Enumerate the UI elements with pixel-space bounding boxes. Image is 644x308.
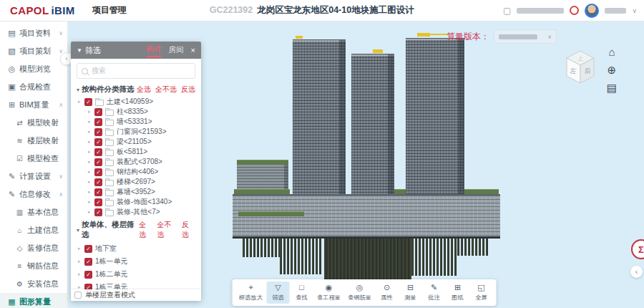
expand-caret-icon[interactable]: ▸ [88, 129, 92, 135]
component-tree-row[interactable]: ▸ ✓ 梁<21105> [71, 137, 201, 147]
expand-caret-icon[interactable]: ▸ [78, 246, 82, 251]
sidebar-item[interactable]: ⊞ BIM算量 ∧ [0, 96, 67, 114]
checkbox-checked[interactable]: ✓ [94, 198, 102, 206]
toolbar-button[interactable]: ✎ 批注 [423, 281, 446, 304]
expand-caret-icon[interactable]: ▸ [88, 179, 92, 185]
orbit-icon[interactable]: ⊕ [608, 64, 617, 75]
expand-caret-icon[interactable]: ▸ [88, 169, 92, 175]
checkbox-checked[interactable]: ✓ [94, 188, 102, 196]
sidebar-item[interactable]: ◇ 装修信息 [0, 239, 67, 257]
checkbox-checked[interactable]: ✓ [94, 118, 102, 126]
toolbar-button[interactable]: ◱ 全屏 [470, 281, 493, 304]
floor-tree-row[interactable]: ▸ ✓ 地下室 [71, 242, 201, 255]
component-tree-row[interactable]: ▸ ✓ 装修-其他<7> [71, 207, 201, 217]
right-panel-collapse-button[interactable]: ‹ [630, 266, 643, 278]
floor-tree-row[interactable]: ▸ ✓ 1栋一单元 [71, 255, 201, 268]
checkbox-checked[interactable]: ✓ [94, 148, 102, 156]
version-dropdown[interactable]: ∨ [494, 29, 557, 44]
sidebar-item[interactable]: ▧ 项目策划 ∨ [0, 42, 67, 60]
filter-tab[interactable]: 构件 [147, 43, 162, 57]
component-tree-row[interactable]: ▸ ✓ 门窗洞<21593> [71, 127, 201, 137]
toolbar-button[interactable]: ◉ 查工程量 [314, 281, 344, 304]
sidebar-item[interactable]: ▦ 图形算量 [0, 293, 67, 308]
sidebar-item[interactable]: ▣ 合规检查 [0, 78, 67, 96]
sidebar-item[interactable]: ⇄ 模型映射 [0, 114, 67, 132]
toolbar-button[interactable]: ▽ 筛选 [267, 281, 290, 304]
checkbox-checked[interactable]: ✓ [84, 245, 92, 253]
expand-caret-icon[interactable]: ▸ [88, 159, 92, 165]
checkbox-checked[interactable]: ✓ [84, 271, 92, 279]
sidebar-item[interactable]: ✎ 计算设置 ∨ [0, 168, 67, 186]
sidebar-item[interactable]: ≋ 楼层映射 [0, 132, 67, 150]
view-cube[interactable]: 上 左 后 [564, 49, 597, 88]
checkbox-checked[interactable]: ✓ [94, 168, 102, 176]
component-tree-row[interactable]: ▸ ✓ 钢结构<406> [71, 167, 201, 177]
expand-caret-icon[interactable]: ▸ [78, 259, 82, 264]
selection-action-link[interactable]: 全选 [139, 220, 152, 240]
toolbar-button[interactable]: ⊙ 属性 [376, 281, 399, 304]
expand-caret-icon[interactable]: ▸ [88, 119, 92, 125]
topnav-project-management[interactable]: 项目管理 [92, 4, 127, 16]
close-icon[interactable]: × [191, 46, 195, 54]
sidebar-item[interactable]: ▤ 项目资料 ∨ [0, 24, 67, 42]
sidebar-item[interactable]: ☑ 模型检查 [0, 150, 67, 168]
notification-icon[interactable] [570, 6, 579, 15]
expand-caret-icon[interactable]: ▸ [88, 209, 92, 215]
floor-tree-row[interactable]: ▸ ✓ 1栋二单元 [71, 268, 201, 281]
section-caret-icon[interactable]: ▾ [77, 87, 79, 93]
component-tree-row[interactable]: ▸ ✓ 板<5811> [71, 147, 201, 157]
selection-action-link[interactable]: 反选 [182, 220, 195, 240]
search-input[interactable]: 搜索 [77, 63, 195, 79]
checkbox-checked[interactable]: ✓ [94, 108, 102, 116]
sidebar-item[interactable]: ≡ 钢筋信息 [0, 257, 67, 275]
toolbar-button[interactable]: ⌖ 框选放大 [236, 281, 266, 304]
toolbar-button[interactable]: ⊟ 测量 [399, 281, 422, 304]
component-tree-row[interactable]: ▸ ✓ 柱<8335> [71, 107, 201, 117]
component-tree-row[interactable]: ▸ ✓ 幕墙<3952> [71, 187, 201, 197]
checkbox-checked[interactable]: ✓ [94, 178, 102, 186]
app-logo[interactable]: CAPOLiBIM [10, 4, 75, 16]
filter-panel-header[interactable]: ▼ 筛选 构件 房间 × [71, 42, 201, 59]
component-tree-row[interactable]: ▸ ✓ 装修-饰面<1340> [71, 197, 201, 207]
expand-caret-icon[interactable]: ▸ [88, 139, 92, 145]
filter-tab[interactable]: 房间 [169, 44, 184, 57]
toolbar-button[interactable]: ◎ 查钢筋量 [345, 281, 375, 304]
toolbar-button[interactable]: ⊞ 图纸 [447, 281, 469, 304]
sidebar-item[interactable]: ⌂ 土建信息 [0, 221, 67, 239]
view-list-icon[interactable]: ▤ [607, 82, 617, 93]
checkbox-checked[interactable]: ✓ [84, 258, 92, 266]
component-tree-row[interactable]: ▸ ✓ 墙<53331> [71, 117, 201, 127]
avatar[interactable] [585, 4, 599, 18]
sidebar-item[interactable]: ◎ 模型浏览 [0, 60, 67, 78]
sidebar-item[interactable]: ✎ 信息修改 ∧ [0, 186, 67, 203]
user-menu-caret-icon[interactable]: ∨ [632, 7, 637, 14]
home-icon[interactable]: ⌂ [608, 47, 615, 57]
apps-icon[interactable]: ▢ [503, 6, 511, 16]
expand-caret-icon[interactable]: ▸ [88, 199, 92, 205]
selection-action-link[interactable]: 全不选 [157, 220, 177, 240]
cube-face-left[interactable]: 左 [570, 67, 577, 74]
sidebar-item[interactable]: ⚙ 安装信息 [0, 275, 67, 293]
component-tree-row[interactable]: ▸ ✓ 装配式<3708> [71, 157, 201, 167]
selection-action-link[interactable]: 反选 [181, 85, 195, 95]
checkbox-checked[interactable]: ✓ [84, 98, 92, 106]
cube-face-top[interactable]: 上 [578, 56, 583, 61]
cube-face-back[interactable]: 后 [585, 67, 591, 74]
section-caret-icon[interactable]: ▾ [77, 227, 79, 234]
building-3d-model[interactable] [233, 28, 504, 294]
checkbox-unchecked[interactable] [74, 292, 82, 299]
expand-caret-icon[interactable]: ▸ [78, 99, 82, 105]
expand-caret-icon[interactable]: ▸ [88, 109, 92, 115]
checkbox-checked[interactable]: ✓ [94, 158, 102, 166]
quantity-summary-fab[interactable]: Σ [631, 239, 644, 259]
checkbox-checked[interactable]: ✓ [94, 128, 102, 136]
expand-caret-icon[interactable]: ▸ [88, 149, 92, 155]
component-tree-row[interactable]: ▸ ✓ 楼梯<2697> [71, 177, 201, 187]
toolbar-button[interactable]: □ 查找 [291, 281, 313, 304]
component-tree-row[interactable]: ▸ ✓ 土建<140959> [71, 97, 201, 107]
sidebar-item[interactable]: ▥ 基本信息 [0, 203, 67, 221]
expand-caret-icon[interactable]: ▸ [78, 271, 82, 277]
expand-caret-icon[interactable]: ▸ [88, 189, 92, 195]
selection-action-link[interactable]: 全不选 [155, 85, 177, 95]
selection-action-link[interactable]: 全选 [137, 85, 151, 95]
